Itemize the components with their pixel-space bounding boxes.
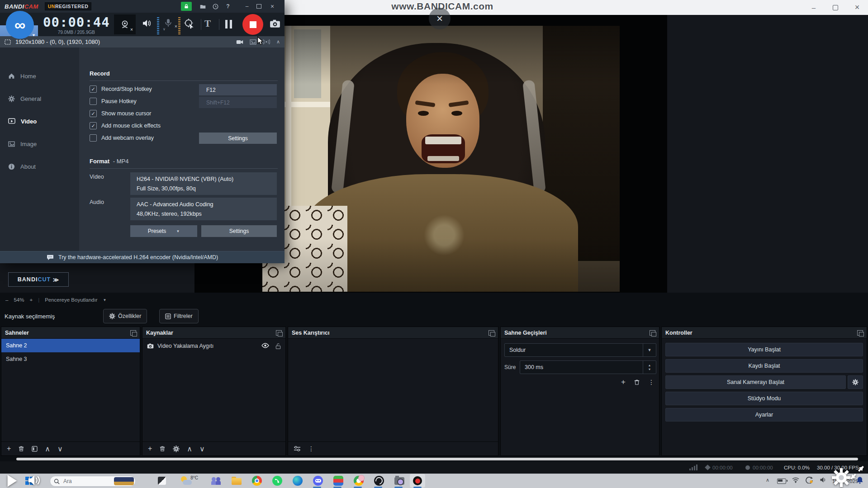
sidebar-item-image[interactable]: Image [0,137,79,151]
sidebar-item-general[interactable]: General [0,92,79,105]
add-scene-button[interactable]: + [7,445,11,453]
audio-codec-box[interactable]: AAC - Advanced Audio Coding 48,0KHz, ste… [130,198,277,220]
checkbox-pause-hotkey[interactable]: ✓ Pause Hotkey [90,98,137,105]
source-properties-gear-button[interactable] [173,445,180,452]
scene-item[interactable]: Sahne 3 [1,352,140,366]
microphone-button[interactable]: × ∨ [164,18,173,28]
properties-button[interactable]: Özellikler [103,309,147,323]
popout-icon[interactable] [276,330,282,336]
taskbar-app-bluestacks[interactable] [332,475,344,487]
sync-icon[interactable] [805,476,813,483]
output-folder-button[interactable] [197,2,208,11]
checkbox-record-stop-hotkey[interactable]: ✓ Record/Stop Hotkey [90,85,152,93]
video-mode-icon[interactable] [236,39,243,45]
collapse-chevron-icon[interactable]: ∧ [276,39,280,45]
filters-button[interactable]: Filtreler [159,309,199,323]
taskbar-search-box[interactable]: Ara [50,476,136,487]
obs-close-button[interactable]: × [847,0,868,15]
source-item-video-capture[interactable]: Video Yakalama Aygıtı [142,339,285,353]
bandicam-minimize-button[interactable]: – [242,2,252,11]
webcam-toggle-button[interactable]: × [114,14,136,34]
schedule-button[interactable] [210,2,221,11]
weather-widget[interactable]: 8°C [179,475,199,487]
popout-icon[interactable] [130,330,136,336]
add-transition-button[interactable]: + [621,378,626,387]
mouse-effects-button[interactable] [184,18,195,30]
lock-open-icon[interactable] [275,343,281,349]
webcam-overlay-settings-button[interactable]: Settings [199,133,277,144]
pause-hotkey-field[interactable]: Shift+F12 [199,97,277,108]
webcam-video-source[interactable] [262,26,620,292]
checkbox-webcam-overlay[interactable]: ✓ Add webcam overlay [90,134,154,142]
zoom-in-button[interactable]: + [29,297,33,303]
sidebar-item-about[interactable]: About [0,160,79,173]
drawing-text-button[interactable]: T [204,18,211,29]
remove-source-button[interactable] [159,445,166,452]
taskbar-app-discord[interactable] [312,475,324,487]
advanced-audio-icon[interactable] [294,445,301,452]
move-source-up-button[interactable]: ∧ [187,445,192,453]
start-recording-button[interactable]: Kaydı Başlat [665,359,863,373]
obs-minimize-button[interactable]: – [803,0,824,15]
taskbar-app-bandicam[interactable] [394,475,405,487]
settings-button[interactable]: Ayarlar [665,408,863,422]
sidebar-item-home[interactable]: Home [0,69,79,83]
obs-maximize-button[interactable] [825,0,846,15]
horizontal-scrollbar[interactable] [16,458,858,460]
bandicam-close-button[interactable]: × [267,2,278,11]
tray-expand-chevron[interactable]: ∧ [766,477,769,483]
duration-spinbox[interactable]: 300 ms ▲▼ [520,360,656,374]
mixer-menu-dots[interactable]: ⋮ [308,445,314,452]
bandicut-button[interactable]: BANDICUT≫ [8,272,69,287]
sidebar-item-video[interactable]: Video [0,114,79,128]
screenshot-button[interactable] [270,19,280,28]
start-virtual-camera-button[interactable]: Sanal Kamerayı Başlat [665,375,846,389]
studio-mode-button[interactable]: Stüdyo Modu [665,392,863,405]
scene-filters-button[interactable] [32,446,38,452]
checkbox-show-mouse-cursor[interactable]: ✓ Show mouse cursor [90,110,151,117]
pause-button[interactable] [225,20,232,28]
task-view-button[interactable] [156,475,168,487]
scene-item-selected[interactable]: Sahne 2 [1,339,140,352]
battery-icon[interactable] [777,479,786,484]
image-mode-icon[interactable] [250,39,256,45]
spin-arrows[interactable]: ▲▼ [643,361,656,374]
taskbar-app-people[interactable] [210,475,222,487]
taskbar-app-file-explorer[interactable] [231,475,242,487]
zoom-out-button[interactable]: – [5,297,8,303]
move-scene-down-button[interactable]: ∨ [57,445,63,453]
format-settings-button[interactable]: Settings [201,225,277,237]
popout-icon[interactable] [650,330,655,336]
taskbar-app-edge[interactable] [292,475,304,487]
checkbox-mouse-click-effects[interactable]: ✓ Add mouse click effects [90,122,161,129]
transition-props-dots[interactable]: ⋮ [648,379,655,386]
taskbar-app-recording[interactable] [410,474,425,488]
wifi-icon[interactable] [792,477,800,483]
video-codec-box[interactable]: H264 - NVIDIA® NVENC (VBR) (Auto) Full S… [130,172,277,195]
fit-dropdown-caret[interactable]: ▼ [103,298,107,302]
remove-transition-button[interactable] [634,379,640,385]
watermark-close-button[interactable]: × [429,8,451,29]
start-streaming-button[interactable]: Yayını Başlat [665,343,863,356]
add-source-button[interactable]: + [148,445,152,453]
taskbar-app-obs[interactable] [373,475,385,487]
popout-icon[interactable] [489,330,494,336]
tray-volume-icon[interactable] [820,477,827,483]
visibility-eye-icon[interactable] [261,343,269,348]
popout-icon[interactable] [857,330,863,336]
transition-select[interactable]: Soldur ▼ [504,343,656,357]
bandicam-maximize-button[interactable] [253,2,264,11]
fit-to-window-button[interactable]: Pencereye Boyutlandır [45,297,97,303]
help-button[interactable]: ? [223,2,233,11]
presets-button[interactable]: Presets ▼ [130,225,197,237]
virtual-camera-settings-button[interactable] [848,375,863,389]
taskbar-app-whatsapp[interactable] [271,475,283,487]
move-scene-up-button[interactable]: ∧ [45,445,50,453]
record-hotkey-field[interactable]: F12 [199,84,277,95]
taskbar-app-chrome[interactable] [251,475,263,487]
speaker-volume-button[interactable] [142,19,152,28]
encoder-banner[interactable]: Try the hardware-accelerated H.264 encod… [0,251,285,263]
taskbar-app-chrome-profile[interactable] [353,475,365,487]
move-source-down-button[interactable]: ∨ [199,445,205,453]
search-highlight-thumbnail[interactable] [114,477,134,485]
